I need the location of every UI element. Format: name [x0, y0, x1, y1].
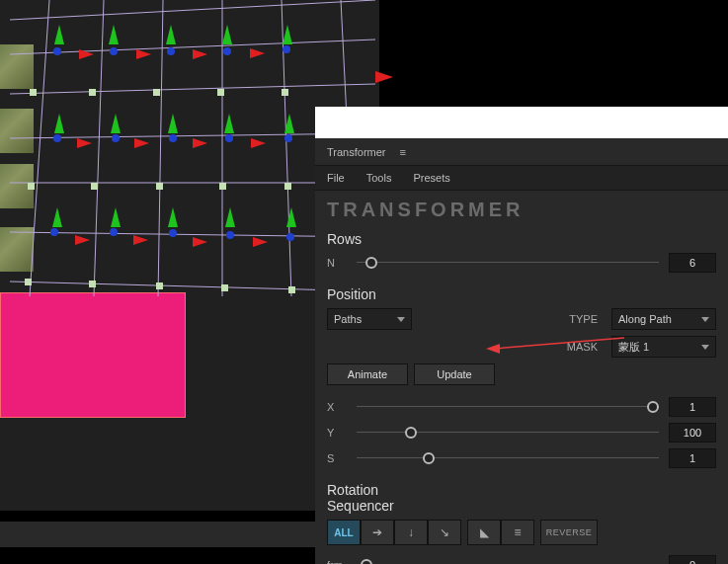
logo-text: TRANSFORMER: [327, 199, 525, 220]
paths-dropdown[interactable]: Paths: [327, 308, 412, 330]
menu-presets[interactable]: Presets: [413, 172, 449, 184]
dir-corner-button[interactable]: ◣: [467, 520, 501, 545]
dir-all-button[interactable]: ALL: [327, 520, 361, 545]
svg-rect-70: [288, 286, 295, 293]
panel-menu-icon[interactable]: ≡: [400, 146, 406, 158]
y-label: Y: [327, 427, 347, 439]
svg-marker-20: [168, 114, 178, 133]
svg-line-1: [10, 40, 375, 54]
type-value: Along Path: [618, 313, 672, 325]
svg-point-52: [110, 228, 118, 236]
footage-thumbnail[interactable]: [0, 164, 34, 208]
svg-rect-57: [89, 89, 96, 96]
svg-point-53: [169, 229, 177, 237]
y-slider[interactable]: [357, 426, 659, 440]
rotation-heading: Rotation: [327, 482, 716, 498]
y-value[interactable]: 100: [669, 423, 716, 443]
panel-logo: TRANSFORMER: [315, 191, 728, 223]
frm-slider[interactable]: [361, 558, 659, 564]
svg-rect-62: [91, 183, 98, 190]
x-value[interactable]: 1: [669, 397, 716, 417]
panel-menubar: File Tools Presets: [315, 166, 728, 191]
svg-point-51: [50, 228, 58, 236]
footage-thumbnail[interactable]: [0, 109, 34, 153]
svg-rect-60: [282, 89, 288, 96]
solid-layer-pink[interactable]: [0, 292, 186, 418]
svg-rect-66: [25, 279, 32, 285]
svg-point-49: [225, 134, 233, 142]
panel-header: Transformer ≡: [315, 138, 728, 166]
svg-marker-22: [284, 114, 294, 133]
svg-point-44: [223, 47, 231, 55]
svg-marker-27: [286, 207, 296, 227]
dir-right-button[interactable]: ➔: [361, 520, 394, 545]
s-slider[interactable]: [357, 451, 659, 465]
chevron-down-icon: [701, 317, 709, 322]
svg-rect-64: [219, 183, 226, 190]
svg-marker-30: [193, 49, 207, 59]
s-label: S: [327, 452, 347, 464]
svg-marker-26: [225, 207, 235, 227]
svg-point-50: [284, 134, 292, 142]
type-label: TYPE: [426, 313, 598, 325]
svg-rect-69: [221, 284, 228, 291]
dir-diagonal-button[interactable]: ↘: [428, 520, 461, 545]
rows-n-label: N: [327, 257, 347, 269]
s-value[interactable]: 1: [669, 448, 716, 468]
sequencer-heading: Sequencer: [327, 498, 716, 514]
svg-rect-56: [30, 89, 37, 96]
svg-point-48: [169, 134, 177, 142]
x-slider[interactable]: [357, 400, 659, 414]
x-label: X: [327, 401, 347, 413]
svg-marker-18: [54, 114, 64, 133]
reverse-button[interactable]: REVERSE: [540, 520, 598, 545]
section-position: Position Paths TYPE Along Path MASK 蒙版 1…: [315, 279, 728, 468]
svg-marker-37: [75, 235, 90, 245]
svg-marker-38: [133, 235, 148, 245]
svg-rect-58: [153, 89, 160, 96]
svg-rect-67: [89, 281, 96, 287]
svg-marker-25: [168, 207, 178, 227]
white-strip: [315, 107, 728, 138]
dir-lines-button[interactable]: ≡: [501, 520, 534, 545]
svg-marker-33: [77, 138, 92, 148]
svg-marker-16: [222, 25, 232, 44]
mask-label: MASK: [412, 341, 598, 353]
arrow-right-icon: ➔: [372, 525, 382, 539]
rows-n-value[interactable]: 6: [669, 253, 716, 273]
svg-point-54: [226, 231, 234, 239]
transformer-panel: Transformer ≡ File Tools Presets TRANSFO…: [315, 138, 728, 564]
svg-marker-28: [79, 49, 94, 59]
svg-line-11: [282, 0, 291, 296]
svg-marker-32: [375, 71, 393, 83]
svg-rect-59: [217, 89, 224, 96]
menu-tools[interactable]: Tools: [366, 172, 392, 184]
dir-down-button[interactable]: ↓: [394, 520, 428, 545]
footage-thumbnail[interactable]: [0, 44, 34, 89]
svg-marker-21: [224, 114, 234, 133]
svg-point-45: [283, 45, 290, 53]
svg-marker-23: [52, 207, 62, 227]
svg-marker-40: [253, 237, 268, 247]
arrow-diag-icon: ↘: [440, 525, 449, 539]
svg-marker-17: [283, 25, 292, 44]
type-dropdown[interactable]: Along Path: [611, 308, 716, 330]
rows-n-slider[interactable]: [357, 256, 659, 270]
rows-heading: Rows: [327, 231, 716, 247]
footage-thumbnail[interactable]: [0, 227, 34, 272]
menu-file[interactable]: File: [327, 172, 345, 184]
update-button[interactable]: Update: [414, 363, 495, 385]
frm-value[interactable]: 0: [669, 555, 716, 564]
corner-icon: ◣: [480, 525, 489, 539]
section-rotation: Rotation Sequencer ALL ➔ ↓ ↘ ◣ ≡ REVERSE…: [315, 474, 728, 564]
svg-rect-63: [156, 183, 163, 190]
svg-marker-29: [136, 49, 151, 59]
position-heading: Position: [327, 286, 716, 302]
animate-button[interactable]: Animate: [327, 363, 408, 385]
svg-marker-31: [250, 48, 265, 58]
chevron-down-icon: [701, 345, 709, 350]
direction-toolbar: ALL ➔ ↓ ↘ ◣ ≡ REVERSE: [327, 520, 716, 545]
svg-marker-15: [166, 25, 176, 44]
mask-dropdown[interactable]: 蒙版 1: [611, 336, 716, 358]
svg-line-8: [94, 0, 104, 296]
